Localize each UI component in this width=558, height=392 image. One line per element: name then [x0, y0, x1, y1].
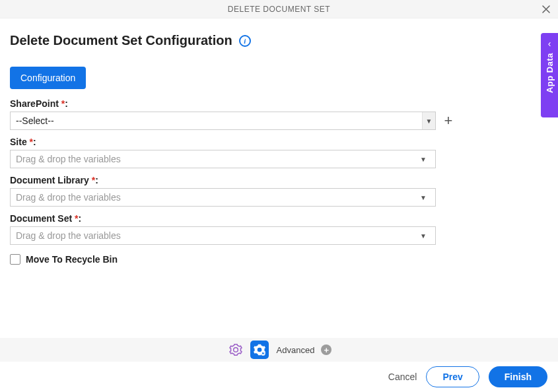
chevron-left-icon: ‹ — [548, 38, 551, 49]
field-row-sharepoint: --Select-- ▼ + — [10, 112, 548, 130]
select-site[interactable]: Drag & drop the variables ▼ — [10, 150, 436, 168]
dialog-title: DELETE DOCUMENT SET — [228, 5, 330, 14]
label-move-recycle: Move To Recycle Bin — [26, 254, 118, 265]
field-move-recycle: Move To Recycle Bin — [10, 254, 548, 265]
field-row-document-set: Drag & drop the variables ▼ — [10, 226, 548, 245]
select-sharepoint-value: --Select-- — [16, 115, 422, 126]
finish-button[interactable]: Finish — [489, 366, 547, 387]
page-title: Delete Document Set Configuration — [10, 33, 232, 48]
label-sharepoint: SharePoint *: — [10, 98, 548, 109]
tab-configuration[interactable]: Configuration — [10, 67, 86, 89]
page-title-row: Delete Document Set Configuration i — [10, 33, 548, 48]
dialog-body: Delete Document Set Configuration i Conf… — [0, 18, 558, 265]
field-site: Site *: Drag & drop the variables ▼ — [10, 137, 548, 168]
select-document-set-placeholder: Drag & drop the variables — [16, 230, 417, 241]
gear-icon[interactable] — [227, 341, 245, 359]
field-row-site: Drag & drop the variables ▼ — [10, 150, 548, 168]
gear-settings-icon[interactable] — [250, 341, 269, 359]
select-document-set[interactable]: Drag & drop the variables ▼ — [10, 226, 436, 245]
label-document-set-text: Document Set — [10, 213, 75, 224]
prev-button[interactable]: Prev — [426, 366, 479, 387]
cancel-button[interactable]: Cancel — [388, 372, 417, 382]
svg-point-0 — [258, 348, 261, 352]
chevron-down-icon: ▼ — [417, 232, 430, 240]
add-sharepoint-button[interactable]: + — [441, 112, 456, 129]
advanced-label: Advanced — [277, 345, 315, 355]
label-site: Site *: — [10, 137, 548, 147]
tab-row: Configuration — [10, 67, 548, 89]
chevron-down-icon: ▼ — [417, 194, 430, 201]
select-document-library-placeholder: Drag & drop the variables — [16, 192, 417, 203]
select-document-library[interactable]: Drag & drop the variables ▼ — [10, 188, 436, 207]
close-icon[interactable] — [538, 1, 554, 17]
select-site-placeholder: Drag & drop the variables — [16, 154, 417, 164]
field-row-document-library: Drag & drop the variables ▼ — [10, 188, 548, 207]
label-document-library-text: Document Library — [10, 175, 92, 185]
select-sharepoint[interactable]: --Select-- ▼ — [10, 112, 436, 130]
label-sharepoint-text: SharePoint — [10, 98, 61, 109]
checkbox-move-recycle[interactable] — [10, 254, 20, 265]
label-colon: : — [33, 137, 36, 147]
chevron-down-icon: ▼ — [422, 112, 435, 129]
advanced-expand-button[interactable]: + — [321, 344, 331, 355]
side-panel-tab-app-data[interactable]: ‹ App Data — [541, 33, 558, 117]
info-icon[interactable]: i — [239, 35, 251, 47]
label-colon: : — [65, 98, 68, 109]
field-document-library: Document Library *: Drag & drop the vari… — [10, 175, 548, 207]
chevron-down-icon: ▼ — [417, 156, 430, 163]
field-document-set: Document Set *: Drag & drop the variable… — [10, 213, 548, 245]
label-document-library: Document Library *: — [10, 175, 548, 185]
field-sharepoint: SharePoint *: --Select-- ▼ + — [10, 98, 548, 130]
dialog-footer: Cancel Prev Finish — [0, 362, 558, 392]
side-panel-label: App Data — [545, 53, 555, 93]
bottom-toolbar: Advanced + — [0, 338, 558, 362]
label-colon: : — [95, 175, 98, 185]
label-colon: : — [78, 213, 81, 224]
label-document-set: Document Set *: — [10, 213, 548, 224]
dialog-header: DELETE DOCUMENT SET — [0, 0, 558, 18]
label-site-text: Site — [10, 137, 30, 147]
